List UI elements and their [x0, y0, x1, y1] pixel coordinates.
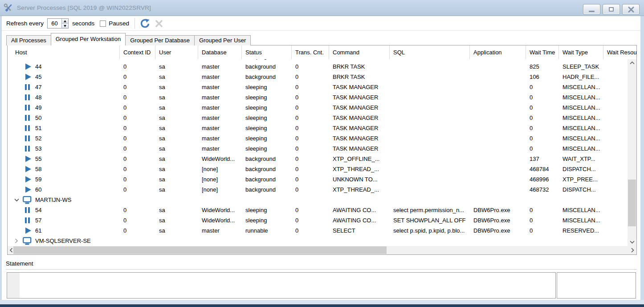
chevron-down-icon[interactable]	[13, 198, 20, 202]
column-header-wait-type[interactable]: Wait Type	[559, 45, 603, 59]
table-row[interactable]: 470samastersleeping0TASK MANAGER0MISCELL…	[8, 82, 628, 92]
column-header-wait-time[interactable]: Wait Time	[526, 45, 559, 59]
cell-sql	[390, 92, 470, 102]
tab-grouped-per-user[interactable]: Grouped Per User	[194, 35, 251, 45]
table-row[interactable]: 550saWideWorld...background0XTP_OFFLINE_…	[8, 154, 628, 164]
column-header-host[interactable]: Host	[8, 45, 120, 59]
tab-grouped-per-database[interactable]: Grouped Per Database	[125, 35, 195, 45]
group-row[interactable]: MARTIJN-WS	[8, 195, 628, 205]
table-row[interactable]: 580sa[none]background0XTP_THREAD_...4687…	[8, 164, 628, 174]
table-row[interactable]: 530samastersleeping0TASK MANAGER0MISCELL…	[8, 143, 628, 154]
cell-status: background	[242, 164, 292, 174]
column-header-context-id[interactable]: Context ID	[120, 45, 155, 59]
horizontal-scrollbar[interactable]	[8, 246, 636, 254]
maximize-button[interactable]	[603, 4, 620, 15]
interval-down-button[interactable]	[62, 23, 68, 28]
interval-up-button[interactable]	[62, 19, 68, 23]
column-header-application[interactable]: Application	[470, 45, 526, 59]
column-header-status[interactable]: Status	[242, 45, 292, 59]
cell-command: TASK MANAGER	[329, 113, 390, 123]
table-row[interactable]: 540saWideWorld...sleeping0AWAITING CO...…	[8, 205, 628, 215]
cell-wait_res	[603, 184, 628, 195]
chevron-left-icon	[10, 248, 13, 253]
column-header-trans-cnt-[interactable]: Trans. Cnt.	[292, 45, 329, 59]
cell-wait_time: 0	[526, 82, 559, 92]
table-row[interactable]: 510samastersleeping0TASK MANAGER0MISCELL…	[8, 123, 628, 133]
cell-status: background	[242, 61, 292, 72]
scroll-down-button[interactable]	[628, 238, 636, 246]
cell-command: TASK MANAGER	[329, 143, 390, 154]
cell-user: sa	[155, 174, 198, 184]
chevron-right-icon	[631, 248, 634, 253]
cell-wait_res	[603, 123, 628, 133]
cell-database: master	[198, 123, 242, 133]
vertical-scrollbar[interactable]	[628, 59, 636, 246]
cell-context_id: 0	[120, 133, 155, 143]
cell-context_id: 0	[120, 61, 155, 72]
table-row[interactable]: 490samastersleeping0TASK MANAGER0MISCELL…	[8, 102, 628, 113]
column-header-sql[interactable]: SQL	[390, 45, 470, 59]
cell-wait_type: MISCELLAN...	[559, 123, 603, 133]
cancel-refresh-button[interactable]	[153, 18, 165, 29]
cell-command: UNKNOWN TO...	[329, 174, 390, 184]
column-header-command[interactable]: Command	[329, 45, 390, 59]
cell-trans_cnt: 0	[292, 184, 329, 195]
scroll-right-button[interactable]	[629, 246, 636, 254]
cell-command: BRKR TASK	[329, 61, 390, 72]
cell-sql: SET SHOWPLAN_ALL OFF	[390, 215, 470, 225]
arrow-up-icon	[64, 20, 66, 22]
cell-wait_time: 0	[526, 133, 559, 143]
table-row[interactable]: 600sa[none]background0XTP_THREAD_...4687…	[8, 184, 628, 195]
cell-trans_cnt: 0	[292, 205, 329, 215]
statement-editor[interactable]	[7, 272, 556, 299]
table-row[interactable]: 520samastersleeping0TASK MANAGER0MISCELL…	[8, 133, 628, 143]
tab-grouped-per-workstation[interactable]: Grouped Per Workstation	[51, 33, 126, 45]
cell-host: 45	[8, 72, 120, 82]
cell-host: 52	[8, 133, 120, 143]
refresh-interval-value[interactable]: 60	[48, 19, 61, 28]
cell-status: runnable	[242, 225, 292, 236]
cell-context_id: 0	[120, 102, 155, 113]
cell-wait_type: MISCELLAN...	[559, 133, 603, 143]
scroll-up-button[interactable]	[628, 59, 636, 67]
table-row[interactable]: 440samasterbackground0BRKR TASK825SLEEP_…	[8, 61, 628, 72]
group-row[interactable]: VM-SQLSERVER-SE	[8, 236, 628, 246]
cell-status: background	[242, 184, 292, 195]
minimize-button[interactable]	[583, 4, 600, 15]
cell-wait_type: MISCELLAN...	[559, 92, 603, 102]
cell-status: sleeping	[242, 205, 292, 215]
table-row[interactable]: 500samastersleeping0TASK MANAGER0MISCELL…	[8, 113, 628, 123]
toolbar-separator	[135, 18, 135, 29]
play-icon	[25, 186, 33, 193]
cell-status: sleeping	[242, 215, 292, 225]
table-row[interactable]: 590sa[none]background0UNKNOWN TO...46899…	[8, 174, 628, 184]
cell-application	[470, 61, 526, 72]
process-id: 50	[35, 113, 41, 123]
table-row[interactable]: 450samasterbackground0BRKR TASK106HADR_F…	[8, 72, 628, 82]
cell-user: sa	[155, 92, 198, 102]
cell-user: sa	[155, 205, 198, 215]
pause-icon	[25, 59, 33, 60]
paused-checkbox[interactable]	[100, 20, 106, 27]
cell-sql	[390, 72, 470, 82]
tab-all-processes[interactable]: All Processes	[6, 35, 51, 45]
table-row[interactable]: 610samasterrunnable0SELECTselect p.spid,…	[8, 225, 628, 236]
cell-wait_type: MISCELLAN...	[559, 82, 603, 92]
table-row[interactable]: 570saWideWorld...sleeping0AWAITING CO...…	[8, 215, 628, 225]
table-row[interactable]: 480samastersleeping0TASK MANAGER0MISCELL…	[8, 92, 628, 102]
cell-host: 58	[8, 164, 120, 174]
horizontal-scroll-thumb[interactable]	[13, 246, 387, 254]
column-header-database[interactable]: Database	[198, 45, 242, 59]
close-button[interactable]	[622, 4, 640, 15]
cell-sql	[390, 184, 470, 195]
chevron-right-icon[interactable]	[13, 238, 20, 243]
cell-database: WideWorld...	[198, 215, 242, 225]
cell-application	[470, 92, 526, 102]
refresh-button[interactable]	[139, 18, 151, 29]
cell-database: master	[198, 82, 242, 92]
cell-wait_type: WAIT_XTP...	[559, 154, 603, 164]
column-header-wait-resource[interactable]: Wait Resource	[603, 45, 636, 59]
vertical-scroll-thumb[interactable]	[628, 180, 636, 226]
refresh-interval-stepper[interactable]: 60	[47, 18, 69, 29]
column-header-user[interactable]: User	[155, 45, 198, 59]
